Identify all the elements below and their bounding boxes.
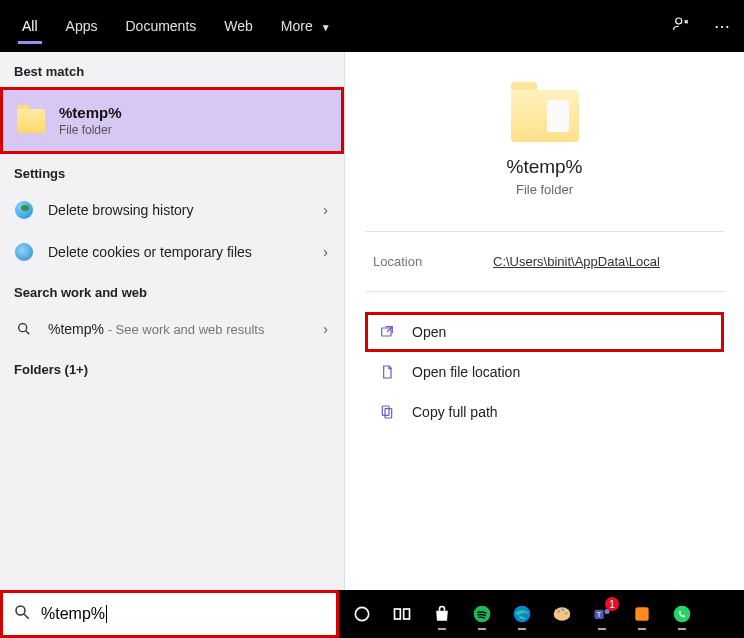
web-query: %temp% xyxy=(48,321,104,337)
chevron-right-icon: › xyxy=(323,202,328,218)
svg-line-2 xyxy=(26,331,29,334)
svg-line-7 xyxy=(24,614,29,619)
web-hint: - See work and web results xyxy=(104,322,264,337)
taskbar-teams[interactable]: T 1 xyxy=(585,597,619,631)
action-open[interactable]: Open xyxy=(365,312,724,352)
svg-rect-20 xyxy=(635,607,648,620)
tab-more[interactable]: More ▼ xyxy=(267,4,345,48)
tab-all[interactable]: All xyxy=(8,4,52,48)
section-best-match: Best match xyxy=(0,52,344,87)
feedback-icon[interactable] xyxy=(672,15,690,37)
svg-rect-10 xyxy=(404,609,410,619)
tab-web[interactable]: Web xyxy=(210,4,267,48)
svg-point-6 xyxy=(16,606,25,615)
divider xyxy=(365,231,724,232)
badge: 1 xyxy=(605,597,619,611)
settings-item-delete-history[interactable]: Delete browsing history › xyxy=(0,189,344,231)
section-folders: Folders (1+) xyxy=(0,350,344,385)
svg-point-1 xyxy=(19,324,27,332)
action-label: Open file location xyxy=(412,364,520,380)
chevron-down-icon: ▼ xyxy=(321,22,331,33)
settings-item-label: Delete cookies or temporary files xyxy=(48,244,252,260)
taskbar-paint[interactable] xyxy=(545,597,579,631)
svg-point-8 xyxy=(355,607,368,620)
taskbar-cortana[interactable] xyxy=(345,597,379,631)
taskbar-app-orange[interactable] xyxy=(625,597,659,631)
action-open-location[interactable]: Open file location xyxy=(365,352,724,392)
svg-point-15 xyxy=(562,609,565,612)
taskbar-spotify[interactable] xyxy=(465,597,499,631)
preview-subtitle: File folder xyxy=(345,182,744,197)
preview-title: %temp% xyxy=(345,156,744,178)
svg-text:T: T xyxy=(597,610,602,619)
section-settings: Settings xyxy=(0,154,344,189)
chevron-right-icon: › xyxy=(323,321,328,337)
action-label: Open xyxy=(412,324,446,340)
preview-panel: %temp% File folder Location C:\Users\bin… xyxy=(345,52,744,590)
copy-icon xyxy=(378,403,396,421)
search-filter-tabs: All Apps Documents Web More ▼ ⋯ xyxy=(0,0,744,52)
location-value[interactable]: C:\Users\binit\AppData\Local xyxy=(493,254,660,269)
svg-point-21 xyxy=(674,606,691,623)
results-panel: Best match %temp% File folder Settings D… xyxy=(0,52,345,590)
taskbar-whatsapp[interactable] xyxy=(665,597,699,631)
globe-icon xyxy=(14,242,34,262)
search-icon xyxy=(13,603,31,625)
svg-point-0 xyxy=(676,18,682,24)
settings-item-delete-cookies[interactable]: Delete cookies or temporary files › xyxy=(0,231,344,273)
search-input-text[interactable]: %temp% xyxy=(41,605,107,624)
folder-icon xyxy=(511,90,579,142)
taskbar-store[interactable] xyxy=(425,597,459,631)
tab-more-label: More xyxy=(281,18,313,34)
taskbar: T 1 xyxy=(339,590,744,638)
svg-point-16 xyxy=(565,612,568,615)
location-label: Location xyxy=(373,254,493,269)
globe-icon xyxy=(14,200,34,220)
search-icon xyxy=(14,319,34,339)
svg-rect-5 xyxy=(385,409,392,418)
location-row: Location C:\Users\binit\AppData\Local xyxy=(345,242,744,281)
divider xyxy=(365,291,724,292)
search-box[interactable]: %temp% xyxy=(0,590,339,638)
best-match-result[interactable]: %temp% File folder xyxy=(0,87,344,154)
taskbar-taskview[interactable] xyxy=(385,597,419,631)
tab-apps[interactable]: Apps xyxy=(52,4,112,48)
settings-item-label: Delete browsing history xyxy=(48,202,194,218)
svg-rect-4 xyxy=(382,406,389,415)
web-search-item[interactable]: %temp% - See work and web results › xyxy=(0,308,344,350)
file-location-icon xyxy=(378,363,396,381)
more-options-icon[interactable]: ⋯ xyxy=(714,17,730,36)
best-match-title: %temp% xyxy=(59,104,122,121)
action-label: Copy full path xyxy=(412,404,498,420)
best-match-subtitle: File folder xyxy=(59,123,122,137)
open-icon xyxy=(378,323,396,341)
taskbar-edge[interactable] xyxy=(505,597,539,631)
section-search-web: Search work and web xyxy=(0,273,344,308)
action-copy-path[interactable]: Copy full path xyxy=(365,392,724,432)
svg-rect-9 xyxy=(395,609,401,619)
chevron-right-icon: › xyxy=(323,244,328,260)
folder-icon xyxy=(17,109,45,133)
tab-documents[interactable]: Documents xyxy=(111,4,210,48)
svg-point-14 xyxy=(557,610,560,613)
